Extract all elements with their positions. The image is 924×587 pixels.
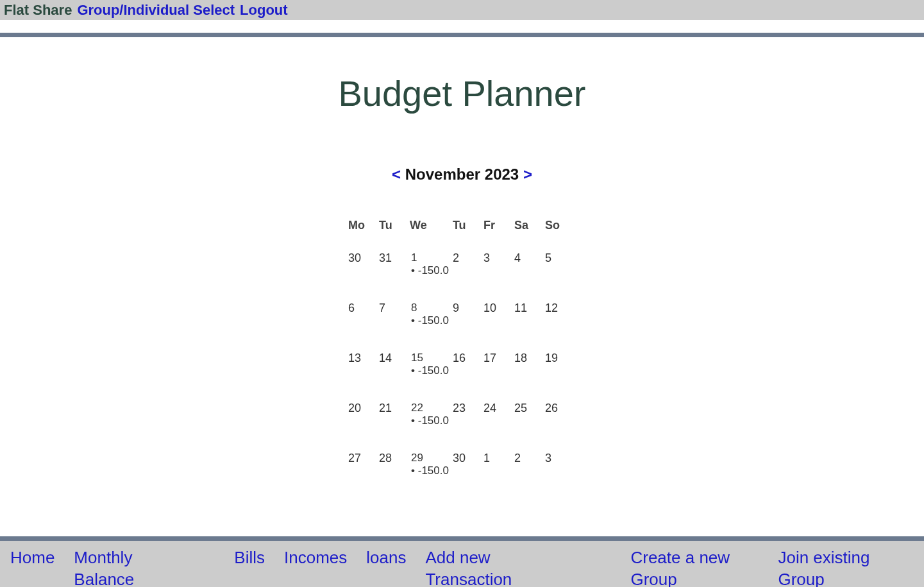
calendar-day-cell[interactable]: 10 <box>483 302 514 352</box>
calendar-day-cell[interactable]: 4 <box>514 251 545 302</box>
calendar-day-cell[interactable]: 11 <box>514 302 545 352</box>
calendar-day-cell[interactable]: 7 <box>379 302 410 352</box>
calendar-day-cell[interactable]: 18 <box>514 352 545 402</box>
calendar-day-cell[interactable]: 5 <box>545 251 576 302</box>
month-nav: < November 2023 > <box>0 166 924 183</box>
day-number: 12 <box>545 302 558 314</box>
day-number: 5 <box>545 251 551 264</box>
calendar-day-cell[interactable]: 19 <box>545 352 576 402</box>
month-label: November 2023 <box>405 166 523 183</box>
calendar-day-cell[interactable]: 8• -150.0 <box>410 302 453 352</box>
bullet-icon: • <box>411 464 418 477</box>
prev-month-button[interactable]: < <box>392 166 401 183</box>
top-nav: Flat Share Group/Individual Select Logou… <box>0 0 924 20</box>
day-number: 3 <box>545 452 551 464</box>
calendar-day-cell[interactable]: 22• -150.0 <box>410 402 453 452</box>
calendar-day-cell[interactable]: 3 <box>545 452 576 502</box>
day-entry: • -150.0 <box>411 264 449 277</box>
calendar-week-row: 202122• -150.023242526 <box>348 402 576 452</box>
next-month-button[interactable]: > <box>523 166 532 183</box>
day-number: 1 <box>411 251 449 264</box>
calendar-day-cell[interactable]: 31 <box>379 251 410 302</box>
calendar-day-cell[interactable]: 25 <box>514 402 545 452</box>
divider-bottom <box>0 536 924 541</box>
day-number: 29 <box>411 452 449 464</box>
calendar: Mo Tu We Tu Fr Sa So 30311• -150.0234567… <box>348 219 576 502</box>
weekday-header: Fr <box>483 219 514 251</box>
nav-create-group[interactable]: Create a new Group <box>630 547 759 587</box>
day-number: 1 <box>483 452 490 464</box>
calendar-day-cell[interactable]: 30 <box>348 251 379 302</box>
calendar-day-cell[interactable]: 30 <box>453 452 483 502</box>
calendar-day-cell[interactable]: 26 <box>545 402 576 452</box>
calendar-week-row: 678• -150.09101112 <box>348 302 576 352</box>
entry-amount: -150.0 <box>418 414 449 427</box>
calendar-day-cell[interactable]: 1• -150.0 <box>410 251 453 302</box>
calendar-day-cell[interactable]: 29• -150.0 <box>410 452 453 502</box>
calendar-day-cell[interactable]: 12 <box>545 302 576 352</box>
calendar-day-cell[interactable]: 21 <box>379 402 410 452</box>
weekday-header: So <box>545 219 576 251</box>
calendar-day-cell[interactable]: 27 <box>348 452 379 502</box>
bullet-icon: • <box>411 414 418 427</box>
day-number: 15 <box>411 352 449 364</box>
spacer <box>573 547 611 587</box>
calendar-day-cell[interactable]: 28 <box>379 452 410 502</box>
bullet-icon: • <box>411 364 418 377</box>
bullet-icon: • <box>411 264 418 276</box>
calendar-week-row: 30311• -150.02345 <box>348 251 576 302</box>
calendar-day-cell[interactable]: 17 <box>483 352 514 402</box>
nav-bills[interactable]: Bills <box>234 547 265 587</box>
weekday-header-row: Mo Tu We Tu Fr Sa So <box>348 219 576 251</box>
nav-home[interactable]: Home <box>10 547 55 587</box>
day-entry: • -150.0 <box>411 414 449 427</box>
day-number: 2 <box>514 452 521 464</box>
day-number: 31 <box>379 251 392 264</box>
weekday-header: Mo <box>348 219 379 251</box>
day-entry: • -150.0 <box>411 314 449 327</box>
day-number: 7 <box>379 302 385 314</box>
brand-label: Flat Share <box>4 2 72 19</box>
calendar-day-cell[interactable]: 16 <box>453 352 483 402</box>
calendar-day-cell[interactable]: 14 <box>379 352 410 402</box>
calendar-day-cell[interactable]: 24 <box>483 402 514 452</box>
calendar-day-cell[interactable]: 2 <box>514 452 545 502</box>
calendar-day-cell[interactable]: 3 <box>483 251 514 302</box>
spacer <box>176 547 215 587</box>
bullet-icon: • <box>411 314 418 327</box>
day-number: 9 <box>453 302 459 314</box>
nav-add-transaction[interactable]: Add new Transaction <box>425 547 553 587</box>
nav-incomes[interactable]: Incomes <box>284 547 347 587</box>
day-number: 19 <box>545 352 558 364</box>
nav-monthly-balance[interactable]: Monthly Balance <box>74 547 157 587</box>
calendar-day-cell[interactable]: 9 <box>453 302 483 352</box>
nav-loans[interactable]: loans <box>366 547 406 587</box>
calendar-day-cell[interactable]: 15• -150.0 <box>410 352 453 402</box>
entry-amount: -150.0 <box>418 464 449 477</box>
divider-top <box>0 33 924 37</box>
day-number: 10 <box>483 302 496 314</box>
day-number: 26 <box>545 402 558 414</box>
page-title: Budget Planner <box>0 72 924 114</box>
calendar-day-cell[interactable]: 20 <box>348 402 379 452</box>
nav-group-select[interactable]: Group/Individual Select <box>77 2 235 19</box>
day-number: 30 <box>453 452 466 464</box>
nav-join-group[interactable]: Join existing Group <box>778 547 906 587</box>
nav-logout[interactable]: Logout <box>240 2 288 19</box>
calendar-day-cell[interactable]: 6 <box>348 302 379 352</box>
calendar-day-cell[interactable]: 13 <box>348 352 379 402</box>
day-number: 11 <box>514 302 527 314</box>
day-number: 27 <box>348 452 361 464</box>
main-content: Budget Planner < November 2023 > Mo Tu W… <box>0 37 924 536</box>
calendar-day-cell[interactable]: 2 <box>453 251 483 302</box>
weekday-header: Tu <box>453 219 483 251</box>
day-number: 17 <box>483 352 496 364</box>
day-number: 21 <box>379 402 392 414</box>
day-number: 18 <box>514 352 527 364</box>
day-number: 24 <box>483 402 496 414</box>
calendar-day-cell[interactable]: 1 <box>483 452 514 502</box>
entry-amount: -150.0 <box>418 314 449 327</box>
calendar-day-cell[interactable]: 23 <box>453 402 483 452</box>
day-number: 20 <box>348 402 361 414</box>
entry-amount: -150.0 <box>418 364 449 377</box>
